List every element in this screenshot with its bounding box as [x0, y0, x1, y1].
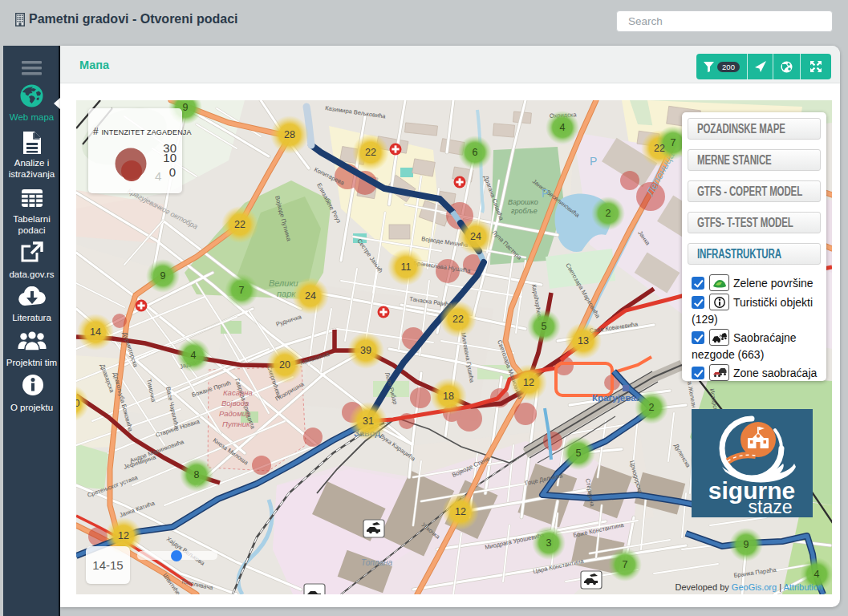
svg-text:4: 4	[560, 122, 566, 133]
svg-text:39: 39	[360, 345, 371, 356]
svg-text:Топлана: Топлана	[361, 558, 393, 567]
svg-text:18: 18	[443, 391, 454, 402]
svg-text:9: 9	[160, 270, 166, 282]
svg-text:31: 31	[363, 415, 374, 427]
svg-text:11: 11	[401, 261, 412, 273]
svg-text:22: 22	[234, 219, 245, 230]
svg-text:12: 12	[523, 377, 534, 388]
svg-text:24: 24	[470, 231, 481, 242]
svg-text:staze: staze	[749, 496, 793, 517]
svg-text:4: 4	[155, 169, 161, 183]
svg-text:22: 22	[365, 147, 376, 158]
svg-text:5: 5	[576, 448, 582, 459]
svg-text:4: 4	[191, 350, 197, 361]
svg-text:Воjвода: Воjвода	[221, 399, 249, 407]
svg-text:14: 14	[90, 326, 101, 338]
svg-text:7: 7	[671, 137, 676, 148]
svg-text:Радомир: Радомир	[219, 409, 250, 418]
svg-text:гробље: гробље	[511, 207, 538, 215]
svg-text:Велики: Велики	[269, 278, 298, 288]
svg-text:7: 7	[623, 559, 628, 570]
svg-text:28: 28	[284, 129, 295, 140]
svg-text:8: 8	[194, 469, 200, 480]
svg-text:12: 12	[118, 530, 129, 541]
svg-text:3: 3	[546, 537, 552, 549]
svg-text:Касарна: Касарна	[223, 388, 253, 397]
svg-text:5: 5	[542, 321, 547, 332]
svg-text:22: 22	[452, 314, 464, 325]
svg-text:0: 0	[76, 398, 80, 409]
svg-text:24: 24	[305, 290, 316, 302]
svg-text:7: 7	[239, 285, 245, 296]
svg-text:Путник: Путник	[222, 419, 250, 428]
svg-text:22: 22	[654, 143, 665, 154]
svg-text:Крагуjевац: Крагуjевац	[592, 393, 642, 403]
svg-text:13: 13	[578, 335, 589, 346]
svg-text:Варошко: Варошко	[508, 198, 538, 206]
svg-text:4: 4	[814, 569, 820, 580]
svg-text:P: P	[542, 187, 549, 200]
svg-text:2: 2	[606, 208, 611, 219]
svg-text:2: 2	[649, 402, 655, 413]
svg-text:12: 12	[455, 506, 466, 517]
svg-text:20: 20	[279, 359, 290, 371]
svg-text:6: 6	[473, 147, 478, 158]
svg-text:9: 9	[183, 102, 189, 113]
svg-text:9: 9	[744, 539, 749, 550]
svg-text:P: P	[590, 155, 597, 168]
